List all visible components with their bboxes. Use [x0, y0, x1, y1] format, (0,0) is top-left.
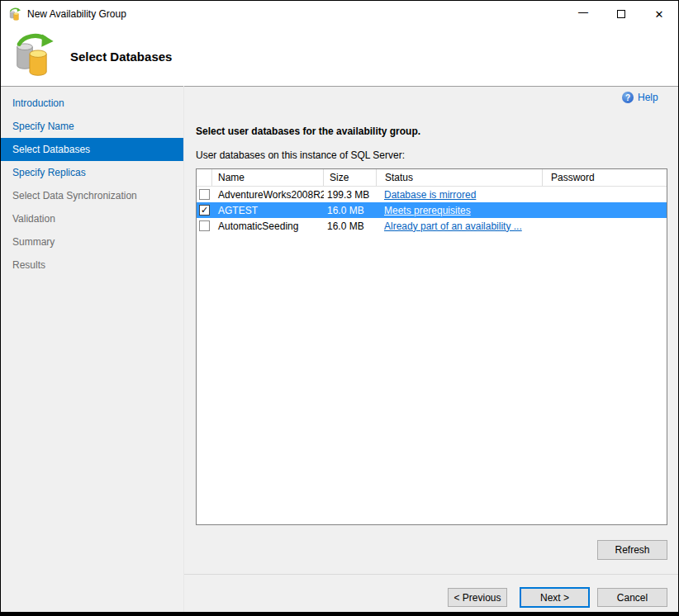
close-button[interactable]: ✕ — [640, 1, 678, 27]
step-select-data-synchronization[interactable]: Select Data Synchronization — [1, 184, 183, 207]
next-button[interactable]: Next > — [520, 587, 590, 608]
app-database-sync-icon — [8, 7, 21, 21]
name-cell: AutomaticSeeding — [212, 220, 324, 232]
row-checkbox[interactable] — [199, 189, 210, 200]
previous-button[interactable]: < Previous — [448, 588, 507, 607]
step-validation[interactable]: Validation — [1, 207, 183, 230]
title-bar: New Availability Group — ✕ — [1, 1, 678, 27]
new-availability-group-dialog: New Availability Group — ✕ Select Databa… — [0, 0, 679, 616]
minimize-button[interactable]: — — [564, 1, 602, 27]
status-cell: Meets prerequisites — [377, 205, 543, 216]
table-row-adventureworks2008r2[interactable]: AdventureWorks2008R2 199.3 MB Database i… — [197, 187, 667, 202]
table-row-automaticseeding[interactable]: AutomaticSeeding 16.0 MB Already part of… — [197, 218, 667, 234]
sidebar-content-divider — [183, 86, 184, 615]
window-title: New Availability Group — [27, 8, 126, 20]
cancel-button[interactable]: Cancel — [597, 588, 667, 607]
footer-divider — [184, 574, 678, 575]
maximize-button[interactable] — [602, 1, 640, 27]
step-introduction[interactable]: Introduction — [1, 92, 183, 115]
table-header-row: Name Size Status Password — [197, 169, 667, 187]
checkbox-cell — [197, 189, 212, 200]
column-header-checkbox — [197, 169, 212, 186]
wizard-steps-sidebar: Introduction Specify Name Select Databas… — [1, 92, 183, 277]
name-cell: AGTEST — [212, 205, 324, 216]
size-cell: 16.0 MB — [324, 220, 377, 232]
help-label: Help — [638, 92, 658, 103]
step-select-databases[interactable]: Select Databases — [1, 138, 183, 161]
help-link[interactable]: ? Help — [622, 92, 658, 103]
status-link[interactable]: Database is mirrored — [384, 189, 476, 201]
minimize-icon: — — [578, 7, 588, 18]
table-row-agtest[interactable]: AGTEST 16.0 MB Meets prerequisites — [197, 202, 667, 218]
step-specify-name[interactable]: Specify Name — [1, 115, 183, 138]
page-instruction: Select user databases for the availabili… — [196, 126, 420, 137]
window-controls: — ✕ — [564, 1, 678, 27]
database-list-label: User databases on this instance of SQL S… — [196, 149, 405, 161]
header-database-sync-icon — [12, 31, 56, 78]
step-specify-replicas[interactable]: Specify Replicas — [1, 161, 183, 184]
window-bottom-edge — [1, 612, 678, 615]
name-cell: AdventureWorks2008R2 — [212, 189, 324, 201]
column-header-name[interactable]: Name — [212, 169, 324, 186]
databases-table: Name Size Status Password AdventureWorks… — [196, 168, 667, 525]
size-cell: 16.0 MB — [324, 205, 377, 216]
close-icon: ✕ — [655, 8, 664, 21]
status-cell: Already part of an availability ... — [377, 220, 543, 232]
status-link[interactable]: Meets prerequisites — [384, 205, 471, 216]
step-results[interactable]: Results — [1, 254, 183, 277]
size-cell: 199.3 MB — [324, 189, 377, 201]
step-summary[interactable]: Summary — [1, 230, 183, 254]
page-title: Select Databases — [70, 50, 172, 64]
maximize-icon — [617, 10, 625, 18]
row-checkbox[interactable] — [199, 205, 210, 216]
status-cell: Database is mirrored — [377, 189, 543, 201]
checkbox-cell — [197, 220, 212, 231]
status-link[interactable]: Already part of an availability ... — [384, 220, 522, 232]
column-header-status[interactable]: Status — [377, 169, 543, 186]
row-checkbox[interactable] — [199, 220, 210, 231]
column-header-password[interactable]: Password — [543, 169, 667, 186]
help-icon: ? — [622, 92, 634, 103]
refresh-button[interactable]: Refresh — [597, 540, 667, 560]
checkbox-cell — [197, 205, 212, 216]
column-header-size[interactable]: Size — [324, 169, 377, 186]
